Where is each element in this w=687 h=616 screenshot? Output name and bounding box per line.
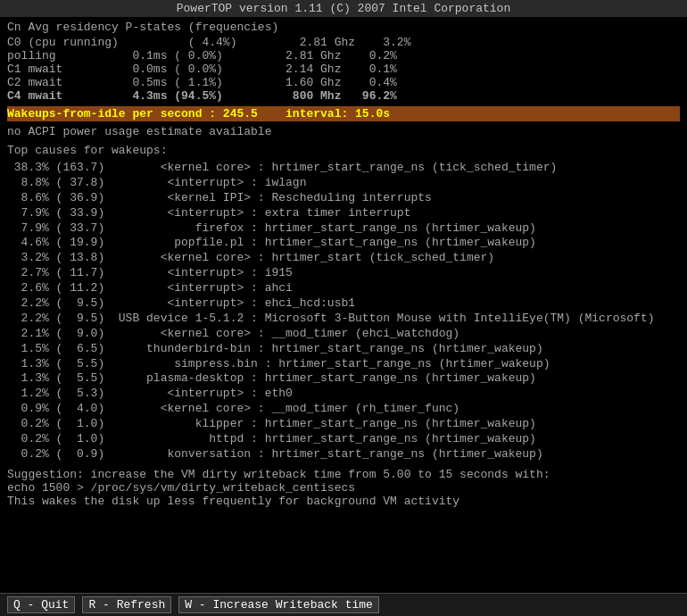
cpu-row-0: C0 (cpu running) ( 4.4%) 2.81 Ghz 3.2% (7, 36, 680, 49)
top-causes-title: Top causes for wakeups: (7, 144, 680, 157)
wake-row-2: 8.6% ( 36.9) <kernel IPI> : Rescheduling… (7, 191, 680, 206)
wake-row-17: 0.2% ( 1.0) klipper : hrtimer_start_rang… (7, 417, 680, 432)
wake-row-11: 2.1% ( 9.0) <kernel core> : __mod_timer … (7, 327, 680, 342)
wake-rows-container: 38.3% (163.7) <kernel core> : hrtimer_st… (7, 161, 680, 462)
wake-row-4: 7.9% ( 33.7) firefox : hrtimer_start_ran… (7, 221, 680, 237)
bottom-button-q[interactable]: Q - Quit (7, 596, 75, 613)
wake-row-6: 3.2% ( 13.8) <kernel core> : hrtimer_sta… (7, 251, 680, 266)
wake-row-10: 2.2% ( 9.5) USB device 1-5.1.2 : Microso… (7, 312, 680, 327)
bottom-button-r[interactable]: R - Refresh (82, 596, 171, 613)
no-acpi-text: no ACPI power usage estimate available (7, 125, 680, 138)
cpu-row-3: C2 mwait 0.5ms ( 1.1%) 1.60 Ghz 0.4% (7, 76, 680, 89)
wake-row-19: 0.2% ( 0.9) konversation : hrtimer_start… (7, 447, 680, 462)
cpu-row-1: polling 0.1ms ( 0.0%) 2.81 Ghz 0.2% (7, 49, 680, 62)
suggestion-line-1: echo 1500 > /proc/sys/vm/dirty_writeback… (7, 481, 680, 495)
title-text: PowerTOP version 1.11 (C) 2007 Intel Cor… (177, 2, 510, 15)
powertop-screen: PowerTOP version 1.11 (C) 2007 Intel Cor… (0, 0, 687, 616)
suggestion-line-2: This wakes the disk up less frequently f… (7, 495, 680, 508)
main-content: Cn Avg residency P-states (frequencies) … (0, 17, 687, 593)
cpu-rows-container: C0 (cpu running) ( 4.4%) 2.81 Ghz 3.2% p… (7, 36, 680, 103)
wake-row-3: 7.9% ( 33.9) <interrupt> : extra timer i… (7, 206, 680, 221)
bottom-button-w[interactable]: W - Increase Writeback time (178, 596, 379, 613)
cpu-row-4: C4 mwait 4.3ms (94.5%) 800 Mhz 96.2% (7, 89, 680, 103)
wake-row-5: 4.6% ( 19.9) popfile.pl : hrtimer_start_… (7, 236, 680, 251)
wake-row-13: 1.3% ( 5.5) simpress.bin : hrtimer_start… (7, 357, 680, 372)
wake-row-9: 2.2% ( 9.5) <interrupt> : ehci_hcd:usb1 (7, 296, 680, 312)
wake-row-1: 8.8% ( 37.8) <interrupt> : iwlagn (7, 176, 680, 191)
wake-row-18: 0.2% ( 1.0) httpd : hrtimer_start_range_… (7, 432, 680, 447)
suggestion-area: Suggestion: increase the VM dirty writeb… (7, 468, 680, 508)
columns-header: Cn Avg residency P-states (frequencies) (7, 21, 680, 34)
wakeups-line: Wakeups-from-idle per second : 245.5 int… (7, 106, 680, 121)
wake-row-12: 1.5% ( 6.5) thunderbird-bin : hrtimer_st… (7, 342, 680, 357)
title-bar: PowerTOP version 1.11 (C) 2007 Intel Cor… (0, 0, 687, 17)
wake-row-15: 1.2% ( 5.3) <interrupt> : eth0 (7, 387, 680, 402)
wake-row-16: 0.9% ( 4.0) <kernel core> : __mod_timer … (7, 402, 680, 417)
bottom-bar: Q - QuitR - RefreshW - Increase Writebac… (0, 593, 687, 616)
wake-row-0: 38.3% (163.7) <kernel core> : hrtimer_st… (7, 161, 680, 176)
suggestion-line-0: Suggestion: increase the VM dirty writeb… (7, 468, 680, 481)
wake-row-14: 1.3% ( 5.5) plasma-desktop : hrtimer_sta… (7, 371, 680, 387)
wake-row-8: 2.6% ( 11.2) <interrupt> : ahci (7, 281, 680, 296)
wake-row-7: 2.7% ( 11.7) <interrupt> : i915 (7, 266, 680, 281)
cpu-row-2: C1 mwait 0.0ms ( 0.0%) 2.14 Ghz 0.1% (7, 62, 680, 76)
